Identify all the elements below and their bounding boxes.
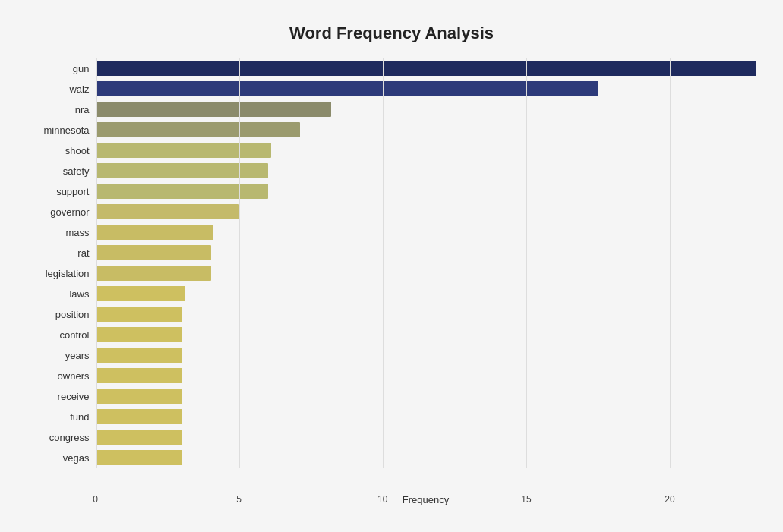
bar-row	[96, 58, 756, 78]
bar-row	[96, 427, 756, 447]
y-axis-label: safety	[63, 161, 90, 181]
y-axis-label: laws	[69, 284, 89, 304]
bar-congress	[96, 430, 182, 445]
bar-receive	[96, 389, 182, 404]
bar-legislation	[96, 266, 211, 281]
y-axis-label: years	[65, 345, 90, 366]
bar-row	[96, 345, 756, 365]
x-tick-label: 15	[521, 494, 531, 505]
x-tick-label: 10	[377, 494, 387, 505]
bar-fund	[96, 409, 182, 424]
y-axis-label: congress	[49, 427, 90, 448]
bar-row	[96, 222, 756, 242]
bar-row	[96, 202, 756, 222]
bar-nra	[96, 102, 332, 117]
bar-row	[96, 284, 756, 304]
y-axis-label: walz	[69, 79, 89, 99]
y-axis-label: control	[59, 325, 89, 345]
y-axis-label: receive	[58, 386, 90, 407]
bar-row	[96, 263, 756, 283]
chart-area: gunwalznraminnesotashootsafetysupportgov…	[27, 58, 756, 468]
x-axis-container: 05101520 Frequency	[96, 476, 756, 505]
bar-years	[96, 348, 182, 363]
y-axis-label: gun	[73, 58, 90, 79]
bar-position	[96, 307, 182, 322]
bar-laws	[96, 286, 185, 301]
x-axis-label: Frequency	[403, 494, 449, 505]
bar-row	[96, 99, 756, 119]
y-axis-label: fund	[70, 407, 89, 427]
bar-minnesota	[96, 122, 300, 137]
y-axis-label: mass	[65, 222, 89, 243]
bar-row	[96, 407, 756, 427]
bar-mass	[96, 225, 214, 240]
bar-shoot	[96, 143, 271, 158]
bar-row	[96, 79, 756, 99]
y-axis-label: support	[56, 181, 89, 202]
bar-gun	[96, 61, 756, 76]
y-axis: gunwalznraminnesotashootsafetysupportgov…	[27, 58, 96, 468]
y-axis-label: position	[55, 304, 90, 325]
x-tick-label: 0	[93, 494, 98, 505]
y-axis-label: rat	[77, 243, 89, 263]
chart-title: Word Frequency Analysis	[27, 24, 756, 43]
bar-owners	[96, 368, 182, 383]
bar-support	[96, 184, 269, 199]
y-axis-label: owners	[58, 366, 90, 386]
bar-row	[96, 304, 756, 324]
chart-container: Word Frequency Analysis gunwalznraminnes…	[12, 8, 772, 524]
bar-walz	[96, 81, 598, 96]
bar-vegas	[96, 450, 182, 465]
y-axis-label: legislation	[46, 263, 90, 284]
bar-row	[96, 140, 756, 160]
x-tick-label: 20	[665, 494, 674, 505]
bar-rat	[96, 245, 211, 260]
bar-row	[96, 448, 756, 467]
bar-safety	[96, 163, 269, 178]
y-axis-label: nra	[75, 99, 90, 120]
bar-row	[96, 161, 756, 181]
y-axis-label: governor	[50, 202, 89, 222]
bars-area	[96, 58, 756, 468]
bar-row	[96, 386, 756, 406]
bar-row	[96, 366, 756, 386]
y-axis-label: shoot	[65, 140, 90, 161]
y-axis-label: vegas	[63, 448, 90, 468]
bar-governor	[96, 204, 240, 219]
bar-row	[96, 325, 756, 345]
bar-control	[96, 327, 182, 342]
y-axis-label: minnesota	[44, 120, 90, 140]
x-tick-label: 5	[236, 494, 242, 505]
bar-row	[96, 181, 756, 201]
bar-row	[96, 120, 756, 140]
bar-row	[96, 243, 756, 263]
